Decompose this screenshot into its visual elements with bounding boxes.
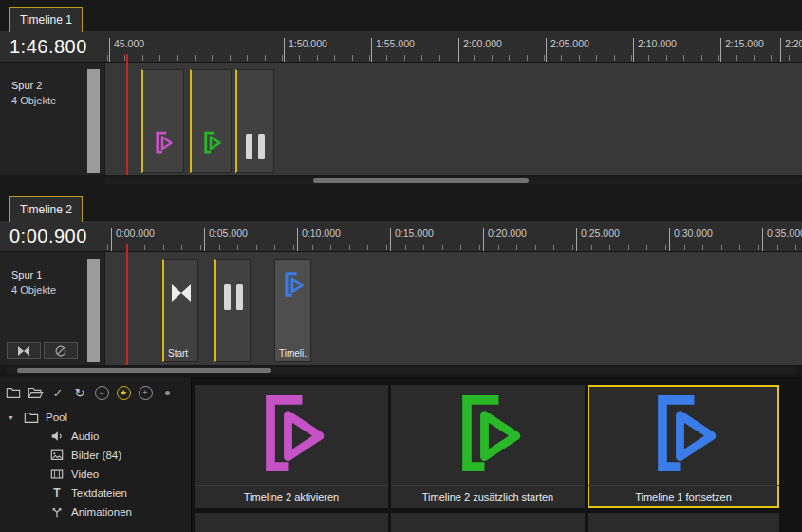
clip-start[interactable]: Start bbox=[162, 259, 198, 362]
film-icon bbox=[49, 468, 65, 481]
timeline1-ruler-scale[interactable]: 45.000 1:50.000 1:55.000 2:00.000 2:05.0… bbox=[107, 31, 802, 62]
dot-icon bbox=[165, 391, 170, 395]
tree-item-video[interactable]: Video bbox=[0, 465, 191, 484]
clip-label: Start bbox=[168, 348, 196, 358]
timeline1-panel: Timeline 1 1:46.800 45.000 1:50.000 1:55… bbox=[0, 7, 802, 187]
tree-item-label: Bilder (84) bbox=[71, 449, 121, 461]
star-circle-icon: ★ bbox=[117, 386, 131, 400]
tile-timeline1-fortsetzen[interactable]: Timeline 1 fortsetzen bbox=[588, 385, 779, 508]
timeline-jump-blue-icon bbox=[642, 390, 725, 481]
tile-timeline2-aktivieren[interactable]: Timeline 2 aktivieren bbox=[195, 385, 388, 508]
tile-label: Timeline 2 zusätzlich starten bbox=[391, 485, 585, 508]
plus-circle-icon: + bbox=[139, 386, 153, 400]
ruler-minor-ticks bbox=[107, 55, 802, 61]
track-name: Spur 1 bbox=[11, 269, 42, 281]
timeline1-track[interactable] bbox=[104, 63, 802, 175]
timeline2-hscrollbar[interactable] bbox=[6, 367, 796, 374]
refresh-button[interactable]: ↻ bbox=[72, 384, 87, 401]
clip-timeline2-zusaetzlich-starten[interactable] bbox=[190, 69, 232, 173]
tile-partial[interactable] bbox=[391, 513, 585, 532]
timeline1-tab-label: Timeline 1 bbox=[20, 13, 72, 27]
timeline2-ruler-scale[interactable]: 0:00.000 0:05.000 0:10.000 0:15.000 0:20… bbox=[107, 221, 802, 251]
pool-tree: ▼ Pool Audio bbox=[0, 408, 191, 532]
timeline2-tab[interactable]: Timeline 2 bbox=[9, 196, 83, 222]
timeline2-track-header[interactable]: Spur 1 4 Objekte bbox=[0, 252, 104, 365]
timeline-jump-magenta-icon bbox=[250, 390, 333, 481]
timeline2-ruler[interactable]: 0:00.900 0:00.000 0:05.000 0:10.000 0:15… bbox=[0, 221, 802, 252]
track-buttons bbox=[7, 342, 78, 359]
tile-label: Timeline 1 fortsetzen bbox=[588, 485, 779, 508]
track-count: 4 Objekte bbox=[11, 284, 56, 296]
pause-icon bbox=[224, 284, 243, 310]
start-marker-icon bbox=[172, 284, 191, 302]
timeline2-tab-label: Timeline 2 bbox=[20, 203, 72, 216]
tree-item-bilder[interactable]: Bilder (84) bbox=[0, 446, 191, 465]
scrollbar-thumb[interactable] bbox=[17, 368, 271, 373]
clip-label: Timeli... bbox=[279, 348, 308, 358]
playhead[interactable] bbox=[126, 54, 128, 175]
animation-icon bbox=[49, 505, 65, 519]
pool-tiles: Timeline 2 aktivieren Timeline 2 zusätzl… bbox=[192, 377, 802, 532]
tile-partial[interactable] bbox=[195, 513, 388, 532]
tree-item-pool[interactable]: ▼ Pool bbox=[0, 408, 191, 427]
image-icon bbox=[49, 449, 65, 462]
text-icon: T bbox=[49, 486, 65, 500]
marker-icon bbox=[18, 346, 29, 356]
tile-timeline2-zusaetzlich-starten[interactable]: Timeline 2 zusätzlich starten bbox=[391, 385, 585, 508]
timeline-jump-magenta-icon bbox=[152, 129, 176, 159]
tree-item-audio[interactable]: Audio bbox=[0, 427, 191, 446]
checkmark-icon: ✓ bbox=[53, 386, 64, 400]
speaker-icon bbox=[49, 430, 65, 443]
timeline-jump-blue-icon bbox=[280, 269, 307, 303]
timeline2-panel: Timeline 2 0:00.900 0:00.000 0:05.000 0:… bbox=[0, 196, 802, 376]
open-folder-icon bbox=[28, 386, 44, 399]
track-height-slider[interactable] bbox=[87, 259, 100, 362]
timeline1-track-row: Spur 2 4 Objekte bbox=[0, 63, 802, 175]
pause-icon bbox=[246, 134, 265, 159]
scrollbar-thumb[interactable] bbox=[313, 178, 529, 183]
app-window: Timeline 1 1:46.800 45.000 1:50.000 1:55… bbox=[0, 0, 802, 532]
add-button[interactable]: + bbox=[138, 384, 153, 401]
open-folder-button[interactable] bbox=[28, 384, 44, 401]
timeline1-ruler[interactable]: 1:46.800 45.000 1:50.000 1:55.000 2:00.0… bbox=[0, 31, 802, 63]
timeline-jump-green-icon bbox=[199, 129, 223, 159]
pool-sidebar: ✓ ↻ − ★ + ▼ bbox=[0, 377, 192, 532]
pool-panel: ✓ ↻ − ★ + ▼ bbox=[0, 377, 802, 532]
remove-button[interactable]: − bbox=[94, 384, 109, 401]
timeline-jump-green-icon bbox=[446, 390, 530, 481]
timeline2-track-row: Spur 1 4 Objekte bbox=[0, 252, 802, 365]
timeline1-track-header[interactable]: Spur 2 4 Objekte bbox=[0, 63, 104, 175]
timeline1-hscrollbar[interactable] bbox=[104, 177, 802, 184]
timeline2-track[interactable]: Start Timeli... bbox=[104, 252, 802, 365]
tree-item-label: Animationen bbox=[71, 506, 132, 518]
folder-icon bbox=[6, 386, 21, 399]
tree-item-label: Textdateien bbox=[71, 487, 127, 499]
clip-pause[interactable] bbox=[235, 69, 274, 173]
timeline1-tab[interactable]: Timeline 1 bbox=[9, 7, 83, 32]
track-count: 4 Objekte bbox=[11, 95, 56, 106]
tree-item-textdateien[interactable]: T Textdateien bbox=[0, 484, 191, 503]
record-button[interactable] bbox=[159, 384, 175, 401]
track-height-slider[interactable] bbox=[87, 69, 100, 173]
favorites-button[interactable]: ★ bbox=[116, 384, 131, 401]
tree-item-label: Pool bbox=[46, 412, 67, 423]
timeline1-timecode[interactable]: 1:46.800 bbox=[9, 36, 104, 58]
track-name: Spur 2 bbox=[11, 80, 42, 91]
ruler-minor-ticks bbox=[107, 245, 802, 250]
marker-button[interactable] bbox=[7, 342, 41, 359]
new-folder-button[interactable] bbox=[6, 384, 21, 401]
confirm-button[interactable]: ✓ bbox=[50, 384, 65, 401]
clip-timeline1-fortsetzen[interactable]: Timeli... bbox=[274, 259, 311, 362]
pool-toolbar: ✓ ↻ − ★ + bbox=[6, 384, 175, 401]
clip-timeline2-aktivieren[interactable] bbox=[141, 69, 184, 173]
clip-pause[interactable] bbox=[214, 259, 251, 362]
tree-item-animationen[interactable]: Animationen bbox=[0, 503, 191, 522]
prohibit-icon bbox=[54, 344, 67, 358]
playhead[interactable] bbox=[126, 244, 128, 365]
timeline2-timecode[interactable]: 0:00.900 bbox=[9, 226, 104, 248]
tree-item-label: Audio bbox=[71, 431, 99, 442]
folder-icon bbox=[24, 411, 39, 424]
tile-partial[interactable] bbox=[588, 513, 779, 532]
disable-button[interactable] bbox=[44, 342, 78, 359]
refresh-icon: ↻ bbox=[75, 386, 85, 400]
